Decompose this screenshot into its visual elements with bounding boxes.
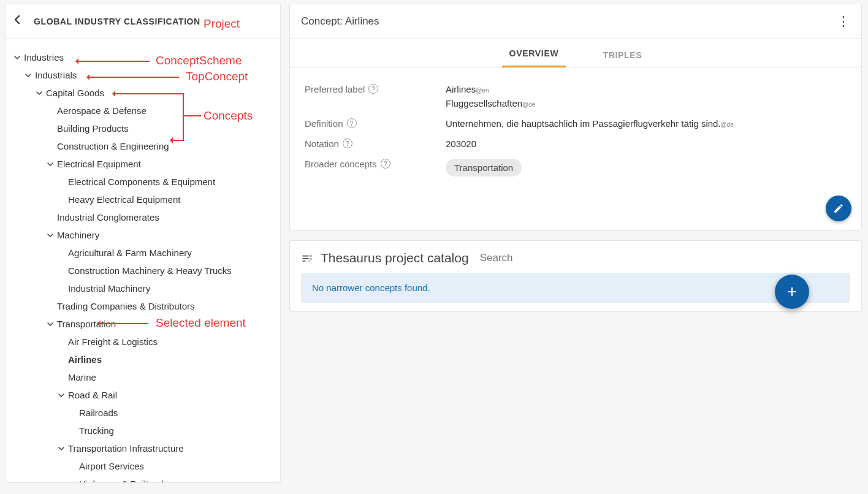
tree-item[interactable]: Electrical Components & Equipment <box>56 173 276 191</box>
label-broader: Broader concepts ? <box>305 159 446 177</box>
preflabel-0: Airlines <box>446 84 476 94</box>
definition-text: Unternehmen, die hauptsächlich im Passag… <box>446 118 721 129</box>
edit-button[interactable] <box>826 196 851 221</box>
label-definition: Definition ? <box>305 118 446 129</box>
chevron-down-icon[interactable] <box>56 392 67 399</box>
tree-item-label: Industrial Machinery <box>67 282 150 295</box>
add-button[interactable] <box>775 275 809 309</box>
value-preferred: Airlines@en Fluggesellschaften@de <box>446 84 847 108</box>
concept-tree[interactable]: IndustriesIndustrialsCapital GoodsAerosp… <box>6 39 280 482</box>
tree-item[interactable]: Airlines <box>56 351 276 368</box>
tree-item-label: Airlines <box>67 353 102 366</box>
tree-item[interactable]: Air Freight & Logistics <box>56 333 276 351</box>
arrow-concepts-top <box>114 93 184 94</box>
tree-item-label: Trading Companies & Distributors <box>56 300 195 313</box>
label-preferred: Preferred label ? <box>305 84 446 108</box>
tree-item[interactable]: Construction & Engineering <box>45 137 276 155</box>
tree-item-label: Air Freight & Logistics <box>67 335 158 348</box>
tree-item[interactable]: Marine <box>56 368 276 386</box>
tree-item[interactable]: Industrials <box>23 66 276 84</box>
arrow-concepts-bottom <box>172 140 184 141</box>
chevron-down-icon[interactable] <box>23 72 34 79</box>
chevron-down-icon[interactable] <box>34 89 45 97</box>
tree-item[interactable]: Aerospace & Defense <box>45 102 276 120</box>
preflabel-1-lang: @de <box>522 101 535 108</box>
tree-item[interactable]: Road & Rail <box>56 386 276 404</box>
tree-item-label: Agricultural & Farm Machinery <box>67 246 192 259</box>
tree-item-label: Marine <box>67 371 96 384</box>
chevron-down-icon[interactable] <box>45 321 56 328</box>
chevron-down-icon[interactable] <box>45 161 56 168</box>
label-notation: Notation ? <box>305 139 446 149</box>
row-notation: Notation ? 203020 <box>305 134 847 154</box>
tree-item[interactable]: Highways & Railtracks <box>67 475 276 482</box>
tree-item-label: Road & Rail <box>67 389 117 401</box>
tab-triples[interactable]: TRIPLES <box>595 42 649 67</box>
chevron-down-icon[interactable] <box>56 445 67 452</box>
help-icon[interactable]: ? <box>381 159 390 169</box>
row-preferred-label: Preferred label ? Airlines@en Fluggesell… <box>305 79 847 113</box>
tree-item-label: Industrials <box>34 69 77 82</box>
definition-lang: @de <box>721 121 734 128</box>
tree-item[interactable]: Trading Companies & Distributors <box>45 297 276 315</box>
arrow-concepts-branch <box>183 115 201 116</box>
value-broader: Transportation <box>446 159 847 177</box>
tree-item-label: Railroads <box>78 406 118 419</box>
help-icon[interactable]: ? <box>368 84 378 94</box>
sidebar-panel: GLOBAL INDUSTRY CLASSIFICATION Industrie… <box>5 4 281 483</box>
tab-overview[interactable]: OVERVIEW <box>502 40 566 67</box>
tree-item-label: Machinery <box>56 229 99 241</box>
help-icon[interactable]: ? <box>343 139 352 148</box>
preflabel-0-lang: @en <box>476 87 489 94</box>
broader-chip[interactable]: Transportation <box>446 159 522 177</box>
tree-item-label: Industries <box>23 51 64 64</box>
tree-item[interactable]: Railroads <box>67 404 276 422</box>
tree-item[interactable]: Transportation Infrastructure <box>56 439 276 457</box>
tree-item[interactable]: Industrial Conglomerates <box>45 208 276 226</box>
value-definition: Unternehmen, die hauptsächlich im Passag… <box>446 118 847 129</box>
catalog-search-input[interactable] <box>476 249 850 267</box>
tree-item-label: Industrial Conglomerates <box>56 211 159 224</box>
label-broader-text: Broader concepts <box>305 159 377 169</box>
catalog-card: Thesaurus project catalog No narrower co… <box>289 240 862 312</box>
label-preferred-text: Preferred label <box>305 84 365 94</box>
preflabel-1: Fluggesellschaften <box>446 98 522 108</box>
tune-icon[interactable] <box>301 252 313 264</box>
chevron-down-icon[interactable] <box>45 232 56 239</box>
tree-item[interactable]: Construction Machinery & Heavy Trucks <box>56 262 276 279</box>
tree-item[interactable]: Machinery <box>45 226 276 244</box>
tree-item[interactable]: Building Products <box>45 120 276 137</box>
arrow-topconcept <box>88 77 179 78</box>
arrow-selected <box>99 323 148 324</box>
value-notation: 203020 <box>446 139 847 149</box>
help-icon[interactable]: ? <box>347 118 357 128</box>
tree-item[interactable]: Airport Services <box>67 457 276 475</box>
tree-item-label: Transportation Infrastructure <box>67 442 184 455</box>
tree-item-label: Trucking <box>78 424 114 437</box>
chevron-down-icon[interactable] <box>12 54 23 61</box>
overview-panel: Preferred label ? Airlines@en Fluggesell… <box>290 68 861 199</box>
tree-item[interactable]: Agricultural & Farm Machinery <box>56 244 276 262</box>
tree-item-label: Aerospace & Defense <box>56 104 147 117</box>
arrow-concepts-vert <box>183 93 184 140</box>
tree-item-label: Electrical Components & Equipment <box>67 175 215 188</box>
tree-item-label: Electrical Equipment <box>56 158 141 170</box>
tree-item[interactable]: Transportation <box>45 315 276 333</box>
concept-title: Concept: Airlines <box>301 15 379 28</box>
catalog-empty-message: No narrower concepts found. <box>301 273 850 303</box>
project-title: GLOBAL INDUSTRY CLASSIFICATION <box>34 17 200 26</box>
catalog-header: Thesaurus project catalog <box>290 241 861 273</box>
tree-item-label: Capital Goods <box>45 86 104 99</box>
label-definition-text: Definition <box>305 118 343 129</box>
tree-item-label: Construction Machinery & Heavy Trucks <box>67 264 232 277</box>
sidebar-header: GLOBAL INDUSTRY CLASSIFICATION <box>6 4 280 39</box>
tree-item[interactable]: Electrical Equipment <box>45 155 276 173</box>
back-icon[interactable] <box>14 15 20 28</box>
tree-item[interactable]: Heavy Electrical Equipment <box>56 191 276 208</box>
more-icon[interactable]: ⋮ <box>837 15 850 28</box>
concept-header: Concept: Airlines ⋮ <box>290 4 861 39</box>
tree-item[interactable]: Trucking <box>67 422 276 439</box>
tree-item[interactable]: Industries <box>12 48 276 66</box>
tree-item[interactable]: Industrial Machinery <box>56 279 276 297</box>
tabs: OVERVIEW TRIPLES <box>290 39 861 68</box>
